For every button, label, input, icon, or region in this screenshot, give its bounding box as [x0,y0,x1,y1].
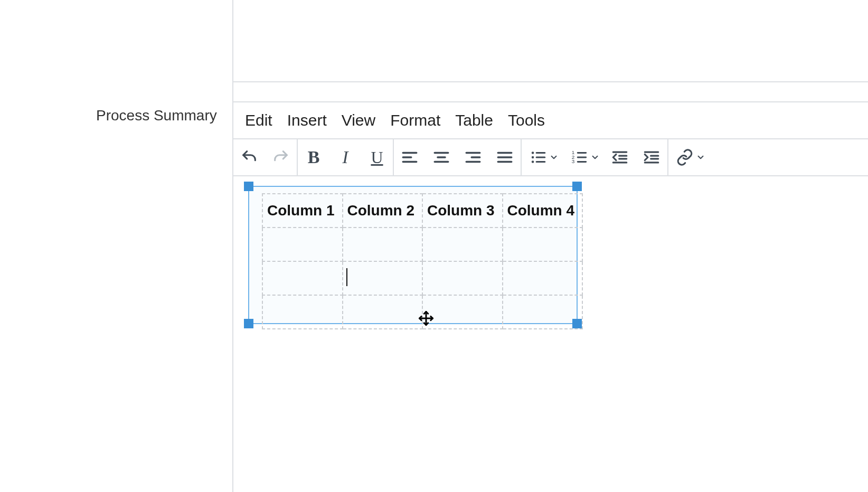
outdent-button[interactable] [604,139,636,175]
toolbar: B I U [233,138,868,176]
table-cell[interactable] [262,261,343,295]
align-center-icon [432,148,450,166]
table-cell[interactable] [422,261,503,295]
move-cursor-icon [418,310,434,326]
menu-table[interactable]: Table [455,111,493,129]
align-center-button[interactable] [426,139,457,175]
align-left-icon [401,148,419,166]
menu-tools[interactable]: Tools [508,111,545,129]
table-cell[interactable] [262,295,343,329]
align-justify-icon [496,148,514,166]
rich-text-editor: Edit Insert View Format Table Tools [233,101,868,492]
align-right-button[interactable] [457,139,489,175]
toolbar-group-lists: 123 [522,139,668,175]
chevron-down-icon [549,153,559,162]
underline-button[interactable]: U [361,139,393,175]
bullet-list-button[interactable] [522,139,563,175]
link-icon [676,148,694,166]
upper-blank-area [233,0,868,82]
table-cell[interactable] [343,295,423,329]
indent-button[interactable] [636,139,667,175]
table-header-cell[interactable]: Column 2 [343,194,423,228]
undo-button[interactable] [233,139,265,175]
number-list-button[interactable]: 123 [563,139,604,175]
insert-link-button[interactable] [668,139,710,175]
align-right-icon [464,148,482,166]
svg-point-16 [532,160,534,163]
menu-format[interactable]: Format [390,111,440,129]
italic-button[interactable]: I [329,139,361,175]
outdent-icon [611,148,629,166]
bullet-list-icon [529,148,547,166]
table-header-row: Column 1 Column 2 Column 3 Column 4 [262,194,582,228]
inserted-table[interactable]: Column 1 Column 2 Column 3 Column 4 [262,193,583,329]
bold-icon: B [308,147,320,167]
align-left-button[interactable] [394,139,426,175]
toolbar-group-text-style: B I U [298,139,394,175]
menu-edit[interactable]: Edit [245,111,272,129]
editor-region: Edit Insert View Format Table Tools [232,0,868,492]
table-header-cell[interactable]: Column 1 [262,194,343,228]
page-root: Process Summary Edit Insert View Format … [0,0,868,492]
menu-view[interactable]: View [342,111,375,129]
svg-point-14 [532,156,534,159]
align-justify-button[interactable] [489,139,521,175]
left-panel [0,0,232,492]
table-row [262,228,582,261]
svg-point-12 [532,152,534,154]
toolbar-group-history [233,139,298,175]
chevron-down-icon [590,153,600,162]
resize-handle-top-right[interactable] [572,182,582,191]
chevron-down-icon [696,153,705,162]
table-cell[interactable] [503,295,583,329]
table-cell[interactable] [343,228,423,261]
redo-icon [272,148,290,166]
redo-button[interactable] [265,139,297,175]
table-cell[interactable] [503,228,583,261]
underline-icon: U [371,148,383,167]
editor-canvas[interactable]: Column 1 Column 2 Column 3 Column 4 [233,176,868,492]
toolbar-group-link [668,139,710,175]
table-cell[interactable] [422,295,503,329]
table-cell[interactable] [262,228,343,261]
indent-icon [643,148,661,166]
resize-handle-bottom-left[interactable] [244,319,253,328]
resize-handle-top-left[interactable] [244,182,253,191]
menu-bar: Edit Insert View Format Table Tools [233,102,868,138]
field-label-process-summary: Process Summary [96,107,217,124]
table-cell[interactable] [503,261,583,295]
number-list-icon: 123 [570,148,588,166]
table-selection-frame[interactable]: Column 1 Column 2 Column 3 Column 4 [244,182,582,328]
table-row [262,261,582,295]
table-header-cell[interactable]: Column 4 [503,194,583,228]
italic-icon: I [342,147,348,167]
svg-text:3: 3 [572,158,575,164]
toolbar-group-align [394,139,522,175]
table-cell[interactable] [343,261,423,295]
table-header-cell[interactable]: Column 3 [422,194,503,228]
undo-icon [240,148,258,166]
bold-button[interactable]: B [298,139,329,175]
menu-insert[interactable]: Insert [287,111,327,129]
table-cell[interactable] [422,228,503,261]
text-cursor [346,268,347,286]
